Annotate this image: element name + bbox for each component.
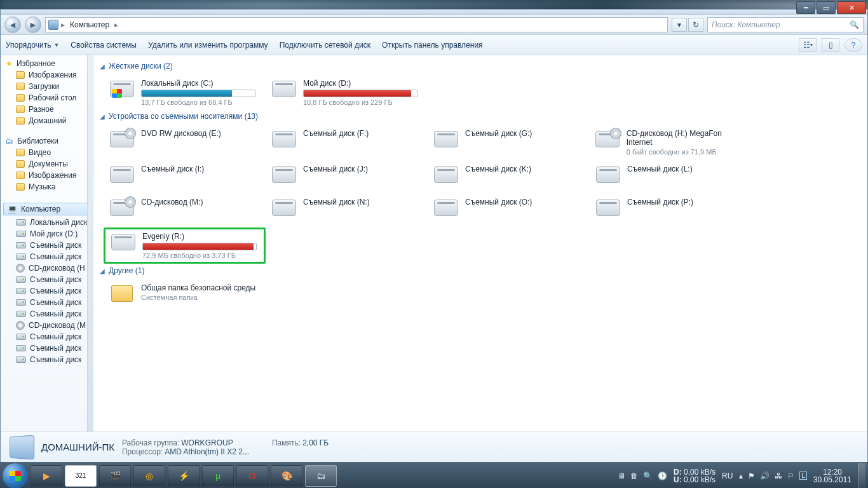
- tray-icon-clock[interactable]: 🕒: [658, 471, 667, 480]
- organize-menu[interactable]: Упорядочить▼: [6, 41, 59, 50]
- chevron-right-icon: ▸: [61, 20, 65, 29]
- system-properties-button[interactable]: Свойства системы: [71, 41, 137, 50]
- uninstall-programs-button[interactable]: Удалить или изменить программу: [148, 41, 268, 50]
- group-header-removable[interactable]: ◢Устройства со съемными носителями (13): [100, 109, 864, 126]
- search-input[interactable]: Поиск: Компьютер 🔍: [707, 17, 864, 32]
- sidebar-item[interactable]: Музыка: [1, 181, 93, 193]
- drive-item[interactable]: Evgeniy (R:) 72,9 МБ свободно из 3,73 ГБ: [104, 227, 266, 264]
- history-dropdown[interactable]: ▾: [672, 18, 687, 32]
- sidebar-item[interactable]: CD-дисковод (M: [1, 320, 93, 331]
- breadcrumb[interactable]: ▸ Компьютер ▸: [45, 17, 668, 32]
- tray-icon-recycle[interactable]: 🗑: [630, 471, 638, 480]
- tray-icon-search[interactable]: 🔍: [643, 471, 653, 480]
- taskbar-app-paint[interactable]: 🎨: [271, 465, 302, 487]
- sidebar-item[interactable]: Съемный диск: [1, 274, 93, 285]
- navigation-pane[interactable]: ★Избранное ИзображенияЗагрузкиРабочий ст…: [1, 55, 93, 431]
- drive-item[interactable]: Локальный диск (C:) 13,7 ГБ свободно из …: [104, 76, 266, 109]
- tray-network-icon[interactable]: 🖧: [775, 471, 782, 480]
- drive-item[interactable]: CD-дисковод (M:): [104, 194, 266, 225]
- drive-item[interactable]: Съемный диск (G:): [428, 126, 590, 159]
- sidebar-item[interactable]: Съемный диск: [1, 285, 93, 297]
- taskbar-app-opera[interactable]: O: [236, 465, 268, 487]
- sidebar-item-computer[interactable]: 💻Компьютер: [3, 203, 88, 215]
- drive-item[interactable]: Съемный диск (I:): [104, 161, 266, 192]
- content-pane[interactable]: ◢Жесткие диски (2) Локальный диск (C:) 1…: [93, 55, 867, 431]
- sidebar-item[interactable]: Разное: [1, 104, 93, 115]
- drive-name: Съемный диск (J:): [303, 165, 368, 173]
- breadcrumb-computer[interactable]: Компьютер: [67, 20, 112, 29]
- sidebar-item[interactable]: Изображения: [1, 170, 93, 181]
- sidebar-item[interactable]: Съемный диск: [1, 297, 93, 308]
- back-button[interactable]: ◄: [4, 17, 21, 33]
- view-options-button[interactable]: ☷▾: [799, 38, 817, 52]
- sidebar-item-label: Съемный диск: [30, 298, 81, 307]
- map-network-drive-button[interactable]: Подключить сетевой диск: [280, 41, 370, 50]
- refresh-button[interactable]: ↻: [688, 18, 703, 32]
- drive-item[interactable]: Съемный диск (O:): [428, 194, 590, 225]
- drive-item[interactable]: Съемный диск (N:): [266, 194, 428, 225]
- start-button[interactable]: [3, 463, 28, 489]
- group-header-other[interactable]: ◢Другие (1): [100, 264, 864, 280]
- tray-expand-icon[interactable]: ▴: [739, 471, 743, 480]
- sidebar-item[interactable]: Рабочий стол: [1, 92, 93, 104]
- drive-name: Мой диск (D:): [303, 79, 417, 88]
- drive-name: Съемный диск (N:): [303, 198, 370, 207]
- maximize-button[interactable]: ▭: [817, 1, 836, 14]
- sidebar-item[interactable]: Видео: [1, 147, 93, 158]
- drive-item[interactable]: Общая папка безопасной среды Системная п…: [104, 280, 266, 311]
- taskbar-app-mpc[interactable]: 321: [65, 465, 97, 487]
- group-title-hdd: Жесткие диски (2): [109, 62, 173, 71]
- drive-item[interactable]: Съемный диск (F:): [266, 126, 428, 159]
- sidebar-item[interactable]: Съемный диск: [1, 342, 93, 354]
- sidebar-item[interactable]: Изображения: [1, 69, 93, 81]
- sidebar-item[interactable]: Съемный диск: [1, 240, 93, 251]
- net-u-value: 0,00 kB/s: [684, 475, 715, 484]
- tray-icon-display[interactable]: 🖥: [618, 471, 625, 480]
- network-meter[interactable]: D: 0,00 kB/s U: 0,00 kB/s: [674, 468, 715, 484]
- sidebar-item[interactable]: Мой диск (D:): [1, 228, 93, 240]
- drive-item[interactable]: Съемный диск (L:): [590, 161, 752, 192]
- sidebar-item[interactable]: Съемный диск: [1, 251, 93, 262]
- tray-volume-icon[interactable]: 🔊: [760, 471, 770, 480]
- group-header-hdd[interactable]: ◢Жесткие диски (2): [100, 59, 864, 76]
- drive-icon: [433, 165, 459, 185]
- favorites-group[interactable]: ★Избранное: [1, 55, 93, 69]
- language-indicator[interactable]: RU: [722, 471, 733, 480]
- taskbar-app-aimp[interactable]: ◎: [133, 465, 165, 487]
- taskbar-app-daemon[interactable]: ⚡: [168, 465, 200, 487]
- help-button[interactable]: ?: [844, 38, 862, 52]
- libraries-group[interactable]: 🗂Библиотеки: [1, 133, 93, 147]
- system-tray[interactable]: 🖥 🗑 🔍 🕒 D: 0,00 kB/s U: 0,00 kB/s RU ▴ ⚑…: [618, 468, 855, 484]
- taskbar-app-explorer[interactable]: 🗂: [305, 465, 337, 487]
- computer-icon-large: [10, 435, 34, 459]
- close-button[interactable]: ✕: [837, 1, 866, 14]
- minimize-button[interactable]: ━: [796, 1, 815, 14]
- show-desktop-button[interactable]: [858, 463, 865, 489]
- clock[interactable]: 12:20 30.05.2011: [813, 468, 851, 484]
- forward-button[interactable]: ►: [25, 17, 41, 33]
- taskbar-app-media[interactable]: ▶: [31, 465, 62, 487]
- sidebar-item[interactable]: Домашний: [1, 115, 93, 126]
- taskbar-app-video[interactable]: 🎬: [99, 465, 131, 487]
- sidebar-item[interactable]: Съемный диск: [1, 308, 93, 320]
- drive-item[interactable]: CD-дисковод (H:) MegaFon Internet 0 байт…: [590, 126, 752, 159]
- sidebar-item[interactable]: Документы: [1, 158, 93, 170]
- drive-item[interactable]: Съемный диск (K:): [428, 161, 590, 192]
- sidebar-item[interactable]: Съемный диск: [1, 354, 93, 365]
- taskbar[interactable]: ▶ 321 🎬 ◎ ⚡ μ O 🎨 🗂 🖥 🗑 🔍 🕒 D: 0,00 kB/s…: [0, 463, 868, 488]
- taskbar-app-utorrent[interactable]: μ: [202, 465, 234, 487]
- drive-item[interactable]: DVD RW дисковод (E:): [104, 126, 266, 159]
- drive-item[interactable]: Съемный диск (J:): [266, 161, 428, 192]
- titlebar[interactable]: [1, 10, 867, 15]
- open-control-panel-button[interactable]: Открыть панель управления: [382, 41, 483, 50]
- drive-item[interactable]: Мой диск (D:) 10,8 ГБ свободно из 229 ГБ: [266, 76, 428, 109]
- sidebar-item[interactable]: CD-дисковод (H: [1, 262, 93, 274]
- drive-item[interactable]: Съемный диск (P:): [590, 194, 752, 225]
- sidebar-item[interactable]: Загрузки: [1, 81, 93, 92]
- tray-lan-icon[interactable]: L: [799, 471, 807, 480]
- tray-flag-icon[interactable]: ⚑: [748, 471, 755, 480]
- preview-pane-button[interactable]: ▯: [822, 38, 839, 52]
- sidebar-item[interactable]: Съемный диск: [1, 331, 93, 342]
- sidebar-item[interactable]: Локальный диск: [1, 217, 93, 228]
- tray-action-icon[interactable]: ⚐: [787, 471, 794, 480]
